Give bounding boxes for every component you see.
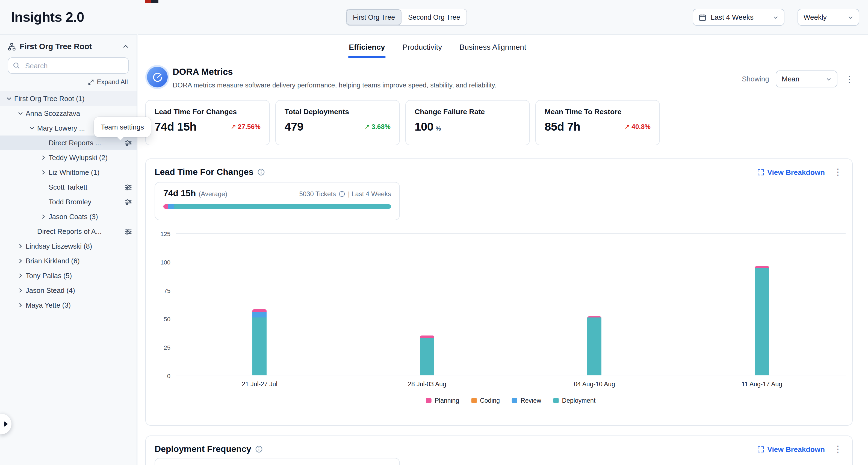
calendar-icon — [699, 13, 706, 21]
chevron-right-icon[interactable] — [15, 258, 26, 264]
tree-item-first-org-tree-root-1[interactable]: First Org Tree Root (1) — [0, 91, 136, 106]
x-axis-label: 11 Aug-17 Aug — [742, 381, 782, 388]
granularity-dropdown[interactable]: Weekly — [798, 9, 859, 26]
gridline — [176, 233, 846, 234]
x-axis-label: 04 Aug-10 Aug — [574, 381, 615, 388]
tree-item-label: Direct Reports of A... — [37, 227, 102, 236]
tree-item-label: Liz Whittome (1) — [49, 168, 99, 177]
metric-card-value: 74d 15h — [155, 120, 197, 133]
legend-swatch — [512, 398, 517, 403]
chevron-down-icon[interactable] — [3, 96, 14, 102]
team-settings-icon[interactable] — [121, 139, 132, 147]
bar-21-jul-27-jul — [253, 310, 267, 375]
metric-card-value: 100 — [414, 120, 433, 133]
expand-all-button[interactable]: Expand All — [0, 77, 136, 90]
date-range-dropdown[interactable]: Last 4 Weeks — [693, 9, 784, 26]
tab-productivity[interactable]: Productivity — [402, 39, 443, 58]
dora-controls: Showing Mean ⋮ — [742, 70, 855, 87]
dora-menu-kebab-icon[interactable]: ⋮ — [844, 74, 855, 83]
bar-segment-deployment — [588, 317, 602, 375]
chart-legend: PlanningCodingReviewDeployment — [426, 397, 596, 404]
search-input[interactable] — [8, 57, 129, 74]
summary-period: | Last 4 Weeks — [348, 190, 391, 198]
play-triangle-icon — [3, 421, 8, 427]
main-tabs: EfficiencyProductivityBusiness Alignment — [348, 39, 527, 58]
deployment-menu-kebab-icon[interactable]: ⋮ — [833, 445, 843, 454]
y-axis-tick-label: 0 — [167, 373, 170, 379]
team-settings-icon[interactable] — [121, 198, 132, 206]
chevron-right-icon[interactable] — [38, 155, 49, 161]
tickets-count: 5030 Tickets — [299, 190, 336, 198]
chevron-right-icon[interactable] — [15, 273, 26, 279]
deployment-panel-header: Deployment Frequency View Breakdown ⋮ — [146, 436, 852, 454]
trend-up-arrow-icon: ↗ — [364, 123, 370, 131]
tree-item-maya-yette-3[interactable]: Maya Yette (3) — [0, 298, 136, 313]
metric-card-delta-badge: ↗40.8% — [624, 123, 651, 131]
bar-segment-review — [253, 312, 267, 317]
chevron-right-icon[interactable] — [38, 169, 49, 176]
chevron-right-icon[interactable] — [15, 287, 26, 293]
chevron-right-icon[interactable] — [15, 302, 26, 308]
bar-28-jul-03-aug — [420, 336, 434, 375]
bar-segment-planning — [253, 310, 267, 312]
tree-item-tony-pallas-5[interactable]: Tony Pallas (5) — [0, 268, 136, 283]
lead-time-panel-header: Lead Time For Changes View Breakdown ⋮ — [146, 159, 852, 177]
metric-card-title: Total Deployments — [285, 107, 391, 116]
date-range-value: Last 4 Weeks — [711, 13, 769, 21]
granularity-value: Weekly — [804, 13, 843, 21]
lead-time-menu-kebab-icon[interactable]: ⋮ — [833, 168, 843, 177]
deployment-frequency-panel: Deployment Frequency View Breakdown ⋮ — [145, 435, 853, 465]
y-axis-tick-label: 50 — [164, 316, 171, 322]
lead-time-chart: 025507510012521 Jul-27 Jul28 Jul-03 Aug0… — [176, 233, 846, 375]
team-settings-icon[interactable] — [121, 183, 132, 191]
deployment-view-breakdown-button[interactable]: View Breakdown — [757, 445, 825, 453]
tree-item-label: Brian Kirkland (6) — [26, 257, 80, 265]
chevron-right-icon[interactable] — [15, 243, 26, 249]
x-axis-label: 28 Jul-03 Aug — [408, 381, 446, 388]
tree-item-label: Lindsay Liszewski (8) — [26, 242, 92, 250]
deployment-frequency-title: Deployment Frequency — [155, 444, 251, 454]
sidebar-search — [8, 57, 129, 74]
chevron-up-icon[interactable] — [122, 43, 129, 50]
tree-item-brian-kirkland-6[interactable]: Brian Kirkland (6) — [0, 253, 136, 268]
tree-item-lindsay-liszewski-8[interactable]: Lindsay Liszewski (8) — [0, 239, 136, 253]
showing-label: Showing — [742, 75, 769, 83]
metric-card-delta: 27.56% — [238, 123, 260, 131]
lead-time-view-breakdown-button[interactable]: View Breakdown — [757, 168, 825, 176]
dora-metric-cards: Lead Time For Changes74d 15h↗27.56%Total… — [145, 100, 660, 145]
info-icon[interactable] — [339, 191, 345, 197]
tree-item-direct-reports[interactable]: Direct Reports ... — [0, 135, 136, 150]
tree-item-scott-tarkett[interactable]: Scott Tarkett — [0, 180, 136, 194]
y-axis-tick-label: 125 — [160, 230, 170, 237]
tree-item-jason-stead-4[interactable]: Jason Stead (4) — [0, 283, 136, 298]
legend-item-deployment[interactable]: Deployment — [553, 397, 596, 404]
tab-efficiency[interactable]: Efficiency — [348, 39, 385, 58]
org-tab-first-org-tree[interactable]: First Org Tree — [346, 9, 402, 25]
main-content: EfficiencyProductivityBusiness Alignment… — [138, 34, 868, 465]
chevron-down-icon[interactable] — [26, 125, 37, 131]
legend-label: Deployment — [562, 397, 596, 404]
deployment-summary-card — [155, 458, 400, 465]
info-icon[interactable] — [257, 168, 265, 176]
legend-item-coding[interactable]: Coding — [471, 397, 500, 404]
chevron-down-icon[interactable] — [15, 111, 26, 116]
tree-item-jason-coats-3[interactable]: Jason Coats (3) — [0, 209, 136, 224]
chevron-right-icon[interactable] — [38, 214, 49, 220]
legend-item-review[interactable]: Review — [512, 397, 541, 404]
tree-item-liz-whittome-1[interactable]: Liz Whittome (1) — [0, 165, 136, 180]
tree-item-direct-reports-of-a[interactable]: Direct Reports of A... — [0, 224, 136, 239]
tab-business-alignment[interactable]: Business Alignment — [459, 39, 527, 58]
aggregation-dropdown[interactable]: Mean — [776, 70, 837, 87]
tree-item-teddy-wylupski-2[interactable]: Teddy Wylupski (2) — [0, 150, 136, 165]
legend-label: Planning — [435, 397, 459, 404]
lead-time-panel: Lead Time For Changes View Breakdown ⋮ 7… — [145, 158, 853, 426]
legend-swatch — [426, 398, 432, 403]
tree-item-todd-bromley[interactable]: Todd Bromley — [0, 194, 136, 209]
tree-item-label: First Org Tree Root (1) — [14, 95, 84, 103]
info-icon[interactable] — [255, 445, 263, 453]
legend-item-planning[interactable]: Planning — [426, 397, 459, 404]
org-tab-second-org-tree[interactable]: Second Org Tree — [402, 9, 466, 25]
team-settings-icon[interactable] — [121, 227, 132, 235]
sidebar-header-label: First Org Tree Root — [20, 42, 92, 51]
y-axis-tick-label: 25 — [164, 344, 171, 351]
